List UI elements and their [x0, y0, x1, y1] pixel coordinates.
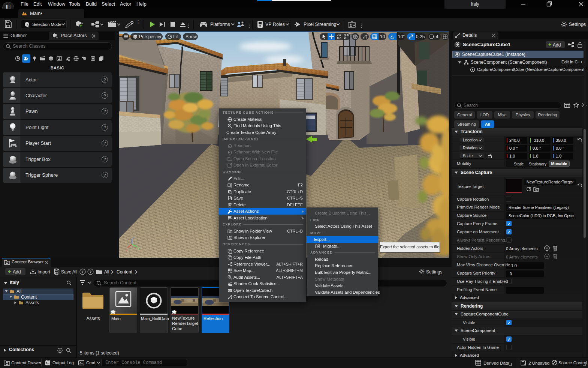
svg-text:z: z [133, 236, 134, 239]
svg-text:C++: C++ [228, 290, 232, 292]
svg-text:y: y [138, 246, 139, 250]
svg-text:x: x [126, 249, 127, 252]
